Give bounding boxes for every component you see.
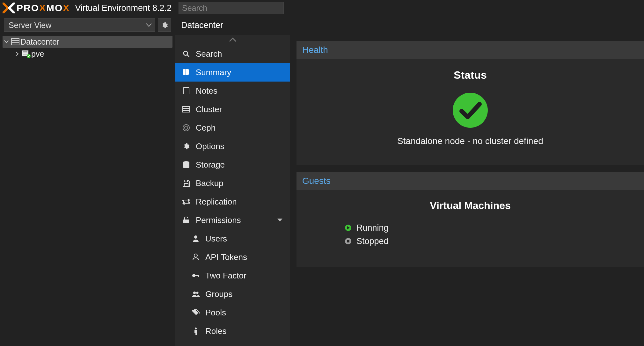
nav-collapse-handle[interactable]	[175, 35, 290, 45]
nav-label: Groups	[205, 289, 232, 299]
nav-item-search[interactable]: Search	[175, 45, 290, 63]
book-icon	[182, 69, 191, 76]
nav-item-options[interactable]: Options	[175, 137, 290, 155]
svg-point-21	[194, 254, 197, 257]
chevron-down-icon	[146, 23, 152, 27]
svg-rect-17	[184, 180, 187, 182]
male-icon	[191, 327, 200, 335]
svg-rect-12	[183, 109, 190, 110]
summary-panels: Health Status Standalone node - no clust…	[290, 35, 644, 346]
svg-rect-1	[11, 41, 19, 43]
logo-wordmark: PROXMOX	[17, 3, 70, 13]
nav-item-summary[interactable]: Summary	[175, 63, 290, 82]
unlock-icon	[182, 217, 191, 224]
view-mode-select[interactable]: Server View	[4, 18, 155, 32]
datacenter-icon	[10, 38, 20, 45]
proxmox-logo: PROXMOX	[3, 3, 70, 13]
svg-point-25	[193, 292, 196, 294]
breadcrumb: Datacenter	[175, 16, 644, 35]
nav-label: Cluster	[196, 105, 222, 114]
user-icon	[191, 235, 200, 242]
global-search[interactable]	[179, 2, 284, 14]
section-nav: Search Summary Notes	[175, 35, 290, 346]
nav-label: Replication	[196, 197, 237, 207]
retweet-icon	[182, 199, 191, 205]
search-icon	[182, 50, 191, 57]
vm-status-label: Running	[356, 223, 389, 233]
nav-item-ceph[interactable]: Ceph	[175, 119, 290, 137]
nav-label: Two Factor	[205, 271, 246, 281]
save-icon	[182, 180, 191, 187]
nav-item-two-factor[interactable]: Two Factor	[175, 266, 290, 285]
nav-item-pools[interactable]: Pools	[175, 303, 290, 322]
tags-icon	[191, 309, 200, 316]
tree-item-datacenter[interactable]: Datacenter	[3, 36, 172, 48]
svg-rect-29	[195, 333, 196, 335]
stop-icon	[344, 238, 352, 245]
status-message: Standalone node - no cluster defined	[303, 136, 638, 146]
nav-label: Storage	[196, 160, 225, 170]
svg-rect-2	[11, 43, 19, 45]
chevron-up-icon	[229, 38, 237, 42]
svg-rect-24	[198, 275, 199, 277]
tree-item-node-pve[interactable]: pve	[3, 48, 172, 60]
svg-rect-30	[196, 333, 197, 335]
search-input[interactable]	[179, 2, 284, 14]
svg-rect-34	[347, 240, 349, 242]
nav-item-cluster[interactable]: Cluster	[175, 100, 290, 119]
note-icon	[182, 87, 191, 94]
svg-rect-28	[194, 330, 197, 333]
nav-item-users[interactable]: Users	[175, 229, 290, 248]
nav-item-groups[interactable]: Groups	[175, 285, 290, 303]
ceph-icon	[182, 124, 191, 132]
nav-item-permissions[interactable]: Permissions	[175, 211, 290, 229]
server-icon	[182, 106, 191, 112]
nav-item-backup[interactable]: Backup	[175, 174, 290, 192]
user-o-icon	[191, 254, 200, 261]
svg-point-8	[184, 51, 188, 55]
vm-heading: Virtual Machines	[303, 200, 638, 212]
nav-item-storage[interactable]: Storage	[175, 155, 290, 174]
database-icon	[182, 161, 191, 169]
tree-settings-button[interactable]	[158, 18, 171, 32]
app-header: PROXMOX Virtual Environment 8.2.2	[0, 0, 644, 16]
chevron-down-icon	[277, 218, 283, 222]
node-online-icon	[21, 50, 31, 58]
chevron-right-icon	[13, 52, 21, 56]
svg-rect-19	[183, 220, 189, 223]
vm-status-row-running: Running	[344, 221, 638, 234]
key-icon	[191, 273, 200, 278]
guests-panel: Guests Virtual Machines Running	[296, 172, 644, 267]
svg-point-26	[196, 292, 199, 294]
gear-icon	[182, 143, 191, 150]
nav-label: Users	[205, 234, 227, 244]
nav-label: Roles	[205, 326, 226, 336]
nav-item-replication[interactable]: Replication	[175, 192, 290, 211]
users-icon	[191, 291, 200, 297]
resource-tree-panel: Server View D	[0, 16, 175, 346]
svg-rect-18	[184, 184, 188, 186]
product-version-label: Virtual Environment 8.2.2	[75, 3, 172, 13]
svg-point-15	[185, 126, 188, 129]
svg-point-20	[194, 235, 197, 239]
svg-point-22	[192, 274, 195, 277]
nav-label: Notes	[196, 86, 217, 96]
panel-title: Health	[296, 41, 644, 59]
svg-point-14	[183, 125, 189, 131]
svg-rect-0	[11, 39, 19, 40]
health-panel: Health Status Standalone node - no clust…	[296, 41, 644, 165]
svg-rect-11	[183, 106, 190, 108]
svg-line-9	[187, 55, 189, 57]
nav-item-notes[interactable]: Notes	[175, 82, 290, 100]
play-icon	[344, 224, 352, 231]
nav-item-roles[interactable]: Roles	[175, 322, 290, 340]
vm-status-row-stopped: Stopped	[344, 234, 638, 248]
nav-label: Options	[196, 141, 224, 151]
nav-item-api-tokens[interactable]: API Tokens	[175, 248, 290, 266]
svg-point-31	[453, 93, 488, 128]
svg-rect-13	[183, 111, 190, 112]
svg-point-27	[195, 328, 197, 329]
nav-label: Permissions	[196, 215, 241, 225]
nav-label: Summary	[196, 68, 231, 77]
tree-item-label: Datacenter	[20, 37, 59, 47]
